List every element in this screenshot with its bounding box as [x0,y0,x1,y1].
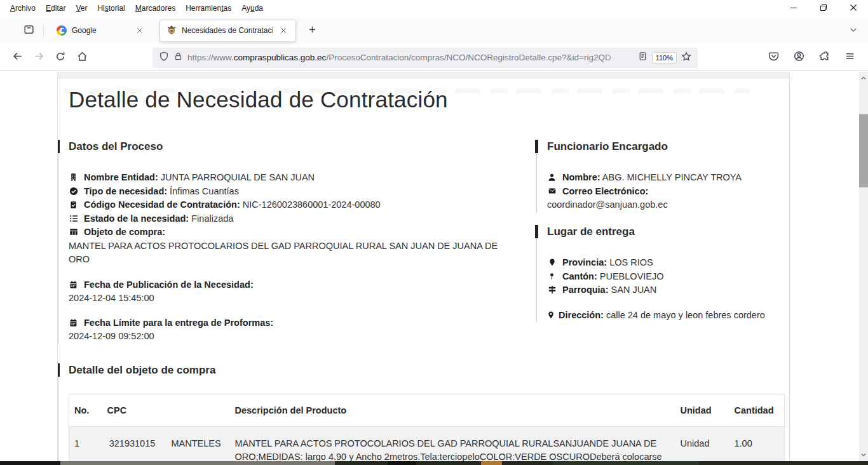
table-icon [69,227,78,236]
close-window-button[interactable] [838,0,868,17]
restore-button[interactable] [808,0,838,17]
section-lugar-de-entrega: Lugar de entrega Provincia: LOS RIOS Can… [536,225,785,322]
page-title: Detalle de Necesidad de Contratación [69,87,448,112]
vertical-scrollbar[interactable] [859,72,868,461]
menu-editar[interactable]: Editar [41,2,71,15]
cell-cpc-code: 321931015 [102,427,163,462]
field-direccion: Dirección: calle 24 de mayo y leon febre… [547,309,785,323]
reload-button[interactable] [50,48,71,68]
tab-strip: Google Necesidades de Contratación y [0,17,868,44]
title-bar: Archivo Editar Ver Historial Marcadores … [0,0,868,17]
zoom-level-badge[interactable]: 110% [652,52,677,64]
home-button[interactable] [71,48,93,68]
scroll-up-button[interactable] [859,73,868,83]
calendar-icon [69,280,78,289]
field-correo: Correo Electrónico: [547,185,785,199]
tab-google-close-icon[interactable] [134,25,146,36]
menu-archivo[interactable]: Archivo [5,2,41,15]
pocket-button[interactable] [763,48,784,68]
envelope-icon [547,187,557,195]
home-icon [77,51,88,64]
check-circle-icon [69,187,78,196]
field-funcionario-nombre: Nombre: ABG. MICHELLY PINCAY TROYA [547,171,785,185]
firefox-view-icon [24,24,34,37]
menu-historial[interactable]: Historial [92,2,130,15]
forward-icon [34,51,44,64]
taskbar-segment [553,461,699,465]
forward-button[interactable] [28,48,50,68]
hamburger-icon [844,51,855,64]
field-fecha-limite: Fecha Límite para la entrega de Proforma… [69,316,512,330]
bookmark-star-icon[interactable] [681,51,691,64]
menu-herramientas[interactable]: Herramientas [180,2,236,15]
tab-active-close-icon[interactable] [278,25,289,36]
tab-active-label: Necesidades de Contratación y [182,26,273,35]
menu-marcadores[interactable]: Marcadores [130,2,180,15]
detalle-table: No. CPC Descripción del Producto Unidad … [69,394,785,461]
map-marker-icon [547,258,557,267]
close-window-icon [850,3,857,14]
account-icon [794,51,804,64]
section-funcionario-encargado: Funcionario Encargado Nombre: ABG. MICHE… [536,140,785,212]
cell-unidad: Unidad [675,427,729,462]
field-objeto-compra: Objeto de compra: [69,226,512,239]
new-tab-button[interactable] [302,21,322,40]
cell-cpc-name: MANTELES [163,427,230,462]
fecha-publicacion-value: 2024-12-04 15:45:00 [69,292,512,306]
taskbar-segment [60,461,335,465]
ecuador-crest-favicon [166,25,177,37]
account-button[interactable] [788,48,810,68]
calendar-icon [69,318,78,327]
section-heading: Datos del Proceso [69,140,512,153]
tab-google-label: Google [72,26,129,35]
section-detalle-objeto-compra: Detalle del objeto de compra No. CPC Des… [58,363,784,461]
tabstrip-separator [43,24,44,37]
shield-icon[interactable] [159,51,169,64]
cell-descripcion: MANTEL PARA ACTOS PROTOCOLARIOS DEL GAD … [230,427,675,462]
field-nombre-entidad: Nombre Entidad: JUNTA PARROQUIAL DE SAN … [69,171,512,185]
reader-view-icon[interactable] [638,51,648,64]
section-heading: Funcionario Encargado [547,140,785,153]
puzzle-icon [819,51,830,64]
lock-icon[interactable] [173,51,183,64]
section-heading: Lugar de entrega [547,225,785,238]
menu-ayuda[interactable]: Ayuda [236,2,268,15]
col-header-cantidad: Cantidad [729,394,785,427]
plus-icon [308,25,317,37]
firefox-view-button[interactable] [18,21,39,40]
building-icon [69,173,78,182]
map-signs-icon [547,285,557,294]
scroll-down-icon [860,449,867,461]
page-content: Detalle de Necesidad de Contratación Dat… [57,72,790,461]
field-tipo-necesidad: Tipo de necesidad: Ínfimas Cuantías [69,185,512,199]
back-icon [12,51,23,64]
fecha-limite-value: 2024-12-09 09:52:00 [69,330,512,344]
toolbar-right-icons [763,48,862,68]
minimize-button[interactable] [778,0,808,17]
col-header-unidad: Unidad [675,394,729,427]
field-estado-necesidad: Estado de la necesidad: Finalizada [69,212,512,226]
menu-ver[interactable]: Ver [71,2,92,15]
tab-necesidades-active[interactable]: Necesidades de Contratación y [159,20,296,42]
app-menu-button[interactable] [839,48,860,68]
table-row: 1 321931015 MANTELES MANTEL PARA ACTOS P… [69,427,785,462]
field-provincia: Provincia: LOS RIOS [547,256,785,270]
list-all-tabs-button[interactable] [845,23,862,39]
scrollbar-thumb[interactable] [859,114,868,187]
page-top-bar-remnant [58,72,789,79]
tab-google[interactable]: Google [50,20,152,42]
google-logo-icon [57,25,67,36]
url-text[interactable]: https://www.compraspublicas.gob.ec/Proce… [187,53,634,62]
cell-cantidad: 1.00 [729,427,785,462]
back-button[interactable] [6,48,28,68]
minimize-icon [790,3,797,14]
window-controls [778,0,868,17]
objeto-compra-value: MANTEL PARA ACTOS PROTOCOLARIOS DEL GAD … [69,239,512,267]
field-parroquia: Parroquia: SAN JUAN [547,283,785,297]
scroll-down-button[interactable] [859,450,868,460]
url-bar[interactable]: https://www.compraspublicas.gob.ec/Proce… [153,48,698,68]
section-datos-del-proceso: Datos del Proceso Nombre Entidad: JUNTA … [58,140,512,344]
chevron-down-icon [849,25,858,37]
pocket-icon [768,51,779,64]
extensions-button[interactable] [813,48,835,68]
